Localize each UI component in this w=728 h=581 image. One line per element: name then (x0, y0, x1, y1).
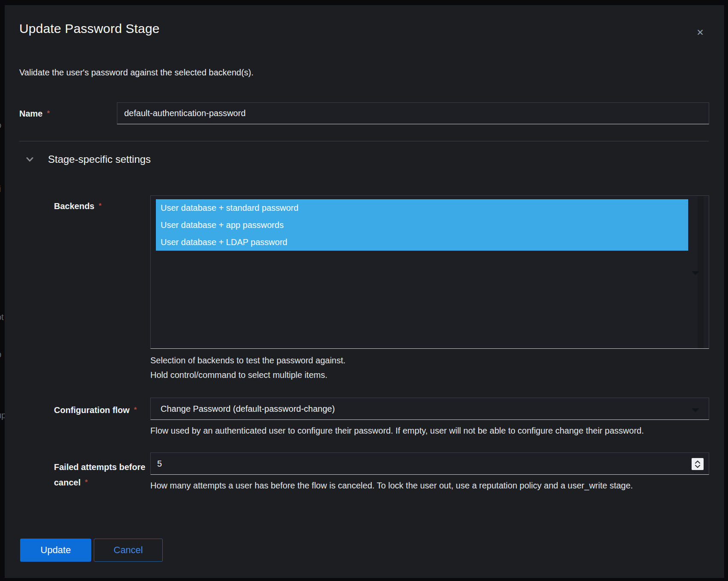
update-button[interactable]: Update (20, 539, 91, 562)
backends-option-selected[interactable]: User database + app passwords (156, 216, 688, 234)
required-asterisk: * (134, 406, 137, 414)
update-password-stage-modal: Update Password Stage ✕ Validate the use… (5, 5, 724, 578)
failed-attempts-input[interactable]: 5 (150, 452, 709, 475)
background-text-fragment: ot (0, 312, 5, 322)
section-title: Stage-specific settings (48, 153, 151, 165)
cancel-button[interactable]: Cancel (94, 539, 163, 562)
name-input[interactable] (117, 102, 709, 124)
caret-down-icon (692, 408, 699, 412)
background-text-fragment: ti (0, 184, 5, 194)
screen: o ti ot p up Update Password Stage ✕ Val… (0, 0, 728, 581)
caret-down-icon (692, 271, 699, 275)
divider (19, 141, 709, 141)
backends-option-selected[interactable]: User database + standard password (156, 199, 688, 216)
chevron-up-icon (695, 461, 700, 464)
stage-specific-settings-toggle[interactable]: Stage-specific settings (26, 153, 151, 165)
required-asterisk: * (99, 202, 102, 210)
name-label: Name* (19, 109, 50, 119)
background-text-fragment: up (0, 410, 5, 420)
background-text-fragment: o (0, 120, 5, 130)
close-icon[interactable]: ✕ (694, 27, 706, 39)
required-asterisk: * (47, 109, 50, 117)
backends-help-line1: Selection of backends to test the passwo… (150, 356, 346, 365)
configuration-flow-select[interactable]: Change Password (default-password-change… (150, 398, 709, 420)
backdrop-left-strip: o ti ot p up (0, 0, 5, 581)
failed-attempts-value: 5 (157, 459, 162, 469)
configuration-flow-label: Configuration flow* (54, 405, 137, 415)
backends-multiselect[interactable]: User database + standard password User d… (150, 195, 709, 349)
configuration-flow-value: Change Password (default-password-change… (161, 404, 335, 414)
failed-attempts-label: Failed attempts before cancel* (54, 459, 157, 490)
configuration-flow-help: Flow used by an authenticated user to co… (150, 426, 644, 436)
backends-help-line2: Hold control/command to select multiple … (150, 370, 328, 380)
modal-title: Update Password Stage (19, 21, 160, 36)
required-asterisk: * (85, 478, 88, 486)
failed-attempts-help: How many attempts a user has before the … (150, 481, 633, 491)
number-stepper[interactable] (692, 458, 704, 470)
backends-label: Backends* (54, 201, 101, 211)
backends-option-selected[interactable]: User database + LDAP password (156, 234, 688, 251)
background-text-fragment: p (0, 350, 5, 359)
chevron-down-icon (26, 157, 33, 162)
modal-description: Validate the user's password against the… (19, 68, 254, 78)
chevron-down-icon (695, 465, 700, 468)
